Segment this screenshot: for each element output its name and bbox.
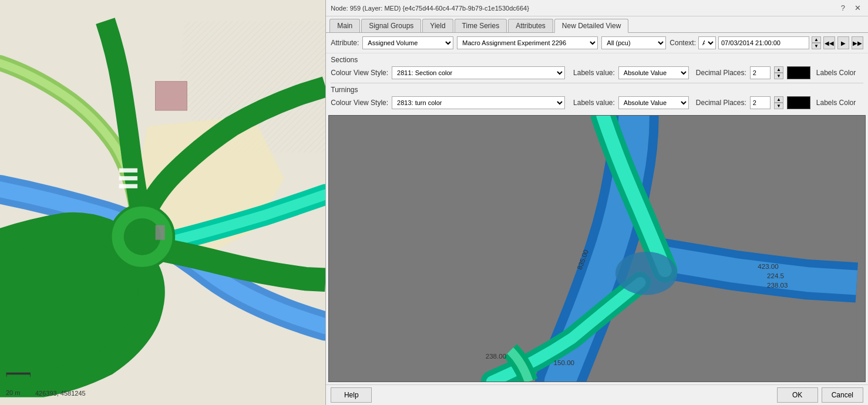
turnings-colour-label: Colour View Style: [331, 99, 388, 107]
turnings-labels-select[interactable]: Absolute Value [618, 96, 689, 109]
context-area: Context: A ▲ ▼ ◀◀ ▶ ▶▶ [669, 36, 863, 49]
coords-display: 426393, 4581245 [35, 390, 86, 397]
coords-label: 426393, 4581245 [35, 390, 86, 397]
tabs-bar: Main Signal Groups Yield Time Series Att… [326, 16, 868, 33]
turnings-block: Turnings Colour View Style: 2813: turn c… [326, 83, 868, 113]
svg-text:423.00: 423.00 [758, 263, 779, 270]
title-controls: ? ✕ [839, 4, 863, 12]
sections-decimal-input[interactable] [750, 66, 771, 79]
svg-rect-10 [119, 184, 137, 188]
sections-color-swatch[interactable] [787, 66, 810, 79]
turnings-colour-select[interactable]: 2813: turn color [392, 96, 565, 109]
turnings-color-label: Labels Color [816, 99, 856, 107]
svg-rect-8 [119, 168, 137, 173]
svg-rect-4 [156, 82, 187, 110]
nav-first-btn[interactable]: ◀◀ [823, 36, 835, 49]
title-bar: Node: 959 (Layer: MED) {e4c75d44-60c4-47… [326, 0, 868, 16]
scale-bar: 20 m [6, 389, 20, 397]
right-panel: Node: 959 (Layer: MED) {e4c75d44-60c4-47… [325, 0, 868, 405]
tab-signal-groups[interactable]: Signal Groups [361, 19, 421, 32]
ok-button[interactable]: OK [777, 387, 818, 403]
svg-rect-7 [156, 225, 165, 240]
context-select[interactable]: A [698, 36, 716, 49]
node-view[interactable]: 835.00 423.00 224.5 238.03 238.00 150.00 [328, 115, 866, 382]
svg-text:238.00: 238.00 [486, 353, 506, 360]
sections-decimal-up[interactable]: ▲ [774, 66, 783, 73]
sections-labels-select[interactable]: Absolute Value [618, 66, 689, 79]
help-button[interactable]: Help [331, 387, 372, 403]
tab-new-detailed-view[interactable]: New Detailed View [554, 19, 629, 33]
node-svg: 835.00 423.00 224.5 238.03 238.00 150.00 [329, 116, 865, 382]
sections-colour-row: Colour View Style: 2811: Section color L… [331, 66, 863, 79]
svg-rect-12 [6, 373, 7, 377]
svg-point-6 [124, 218, 161, 255]
scale-label: 20 m [6, 389, 20, 396]
nav-last-btn[interactable]: ▶▶ [852, 36, 863, 49]
ok-cancel-group: OK Cancel [777, 387, 863, 403]
svg-text:224.5: 224.5 [767, 272, 784, 279]
turnings-colour-row: Colour View Style: 2813: turn color Labe… [331, 96, 863, 109]
datetime-up-btn[interactable]: ▲ [812, 36, 821, 43]
svg-rect-9 [119, 176, 137, 180]
datetime-down-btn[interactable]: ▼ [812, 43, 821, 49]
tab-time-series[interactable]: Time Series [455, 19, 507, 32]
sections-color-label: Labels Color [816, 69, 856, 77]
sections-decimal-label: Decimal Places: [696, 69, 746, 77]
turnings-decimal-input[interactable] [750, 96, 771, 109]
sections-colour-select[interactable]: 2811: Section color [392, 66, 565, 79]
map-area[interactable]: 20 m 426393, 4581245 [0, 0, 325, 405]
attribute-select[interactable]: Assigned Volume [362, 36, 453, 49]
map-svg [0, 0, 325, 405]
sections-labels-label: Labels value: [573, 69, 615, 77]
title-text: Node: 959 (Layer: MED) {e4c75d44-60c4-47… [331, 5, 529, 12]
sections-colour-label: Colour View Style: [331, 69, 388, 77]
bottom-bar: Help OK Cancel [326, 384, 868, 405]
turnings-title: Turnings [331, 86, 863, 94]
svg-text:238.03: 238.03 [767, 282, 788, 289]
tab-attributes[interactable]: Attributes [508, 19, 553, 32]
svg-text:150.00: 150.00 [554, 359, 574, 366]
attribute-label: Attribute: [331, 39, 359, 47]
sections-decimal-down[interactable]: ▼ [774, 73, 783, 79]
datetime-input[interactable] [718, 36, 809, 49]
experiment-select[interactable]: Macro Assignment Experiment 2296 [457, 36, 598, 49]
svg-point-15 [615, 252, 677, 295]
attribute-row: Attribute: Assigned Volume Macro Assignm… [326, 33, 868, 53]
sections-block: Sections Colour View Style: 2811: Sectio… [326, 53, 868, 83]
turnings-decimal-label: Decimal Places: [696, 99, 746, 107]
turnings-color-swatch[interactable] [787, 96, 810, 109]
help-icon-btn[interactable]: ? [839, 4, 847, 12]
nav-prev-btn[interactable]: ▶ [837, 36, 849, 49]
turnings-decimal-down[interactable]: ▼ [774, 103, 783, 109]
filter-select[interactable]: All (pcu) [601, 36, 666, 49]
context-label: Context: [669, 39, 696, 47]
turnings-labels-label: Labels value: [573, 99, 615, 107]
turnings-decimal-up[interactable]: ▲ [774, 96, 783, 103]
close-icon-btn[interactable]: ✕ [852, 4, 863, 12]
svg-rect-11 [6, 373, 30, 375]
cancel-button[interactable]: Cancel [822, 387, 863, 403]
tab-yield[interactable]: Yield [422, 19, 453, 32]
sections-title: Sections [331, 56, 863, 64]
svg-rect-13 [30, 373, 31, 377]
tab-main[interactable]: Main [329, 19, 360, 32]
